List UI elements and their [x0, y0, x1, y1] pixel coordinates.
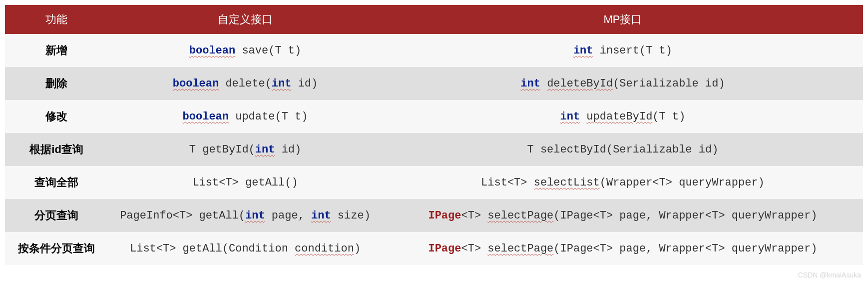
table-row: 分页查询PageInfo<T> getAll(int page, int siz…	[5, 199, 863, 232]
feature-cell: 按条件分页查询	[5, 232, 108, 265]
mp-api-cell: int updateById(T t)	[383, 100, 863, 133]
custom-api-cell: List<T> getAll()	[108, 166, 383, 199]
feature-cell: 根据id查询	[5, 133, 108, 166]
custom-api-cell: T getById(int id)	[108, 133, 383, 166]
custom-api-cell: List<T> getAll(Condition condition)	[108, 232, 383, 265]
mp-api-cell: IPage<T> selectPage(IPage<T> page, Wrapp…	[383, 199, 863, 232]
custom-api-cell: PageInfo<T> getAll(int page, int size)	[108, 199, 383, 232]
mp-api-cell: int deleteById(Serializable id)	[383, 67, 863, 100]
table-row: 删除boolean delete(int id)int deleteById(S…	[5, 67, 863, 100]
api-comparison-table: 功能 自定义接口 MP接口 新增boolean save(T t)int ins…	[5, 5, 863, 265]
table-row: 按条件分页查询List<T> getAll(Condition conditio…	[5, 232, 863, 265]
custom-api-cell: boolean update(T t)	[108, 100, 383, 133]
mp-api-cell: IPage<T> selectPage(IPage<T> page, Wrapp…	[383, 232, 863, 265]
feature-cell: 查询全部	[5, 166, 108, 199]
feature-cell: 分页查询	[5, 199, 108, 232]
custom-api-cell: boolean delete(int id)	[108, 67, 383, 100]
header-custom: 自定义接口	[108, 5, 383, 34]
mp-api-cell: int insert(T t)	[383, 34, 863, 67]
custom-api-cell: boolean save(T t)	[108, 34, 383, 67]
mp-api-cell: List<T> selectList(Wrapper<T> queryWrapp…	[383, 166, 863, 199]
table-row: 修改boolean update(T t)int updateById(T t)	[5, 100, 863, 133]
header-mp: MP接口	[383, 5, 863, 34]
table-row: 新增boolean save(T t)int insert(T t)	[5, 34, 863, 67]
feature-cell: 新增	[5, 34, 108, 67]
mp-api-cell: T selectById(Serializable id)	[383, 133, 863, 166]
feature-cell: 修改	[5, 100, 108, 133]
feature-cell: 删除	[5, 67, 108, 100]
table-header-row: 功能 自定义接口 MP接口	[5, 5, 863, 34]
table-row: 根据id查询T getById(int id)T selectById(Seri…	[5, 133, 863, 166]
header-feature: 功能	[5, 5, 108, 34]
table-row: 查询全部List<T> getAll()List<T> selectList(W…	[5, 166, 863, 199]
